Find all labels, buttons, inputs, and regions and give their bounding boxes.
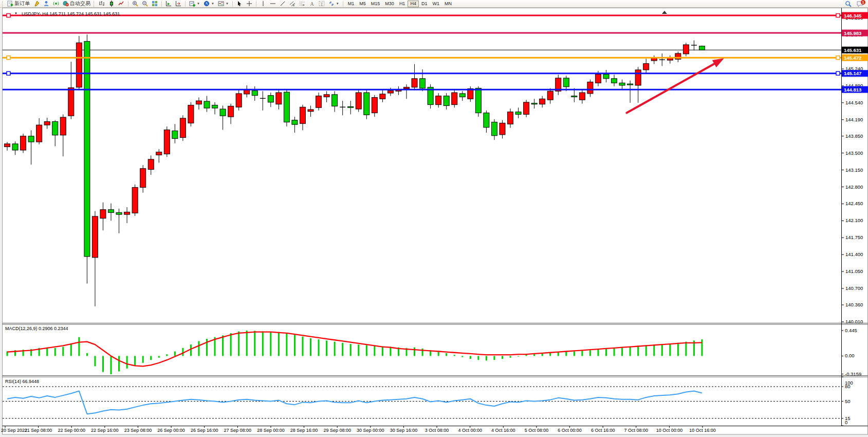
- line-handle[interactable]: [7, 71, 10, 75]
- macd-histogram-bar: [142, 356, 144, 362]
- tab-timeframe-m30[interactable]: M30: [382, 1, 397, 7]
- notifications-button[interactable]: 1: [855, 1, 866, 7]
- tab-timeframe-mn[interactable]: MN: [442, 1, 454, 7]
- trendline-icon: [280, 1, 286, 7]
- candle-body: [92, 216, 98, 258]
- crosshair-button[interactable]: [245, 1, 254, 7]
- chart-canvas[interactable]: 146.290145.940145.590145.240144.890144.5…: [0, 0, 868, 437]
- price-tick-label: 141.400: [845, 251, 863, 257]
- fibonacci-button[interactable]: F: [298, 1, 307, 7]
- macd-tick-label: 0.445: [845, 327, 857, 333]
- svg-text:A: A: [310, 1, 314, 7]
- notification-badge: 1: [861, 0, 865, 5]
- macd-histogram-bar: [470, 356, 471, 359]
- macd-histogram-bar: [637, 345, 639, 356]
- candle-body: [21, 136, 26, 150]
- vertical-line-button[interactable]: [258, 1, 268, 7]
- candle-body: [587, 82, 593, 94]
- candle-body: [164, 130, 170, 154]
- dropdown-arrow-icon: ▼: [211, 2, 214, 5]
- candle-body: [132, 187, 138, 213]
- search-button[interactable]: [843, 1, 853, 7]
- macd-histogram-bar: [510, 356, 511, 357]
- macd-histogram-bar: [158, 356, 160, 357]
- styler-button[interactable]: [32, 1, 41, 7]
- tab-timeframe-h4[interactable]: H4: [408, 1, 419, 7]
- autotrading-button[interactable]: 自动交易: [61, 1, 92, 7]
- candle-body: [316, 96, 322, 108]
- candlestick-button[interactable]: [107, 1, 116, 7]
- candle-body: [148, 159, 154, 170]
- equidistant-channel-button[interactable]: E: [288, 1, 297, 7]
- text-icon: A: [309, 1, 315, 7]
- text-button[interactable]: A: [307, 1, 317, 7]
- bar-chart-button[interactable]: [97, 1, 106, 7]
- macd-histogram-bar: [461, 356, 463, 357]
- macd-histogram-bar: [589, 350, 591, 356]
- chat-bubble-wrap: 1: [857, 1, 864, 7]
- tile-windows-button[interactable]: [150, 1, 159, 7]
- candle-body: [172, 131, 178, 138]
- macd-histogram-bar: [86, 353, 88, 356]
- tab-timeframe-m15[interactable]: M15: [368, 1, 383, 7]
- chart-shift-button[interactable]: [174, 1, 183, 7]
- price-tick-label: 142.100: [845, 217, 863, 223]
- candle-body: [220, 109, 226, 116]
- macd-histogram-bar: [62, 347, 64, 356]
- macd-histogram-bar: [493, 356, 495, 360]
- trendline-button[interactable]: [278, 1, 287, 7]
- macd-tick-label: 0.00: [845, 353, 855, 358]
- candle-body: [324, 95, 329, 97]
- line-handle[interactable]: [836, 56, 840, 60]
- macd-histogram-bar: [502, 356, 503, 359]
- price-tick-label: 140.700: [845, 285, 863, 291]
- price-line-label: 145.147: [844, 70, 861, 76]
- macd-histogram-bar: [302, 337, 303, 356]
- zoom-in-button[interactable]: [131, 1, 140, 7]
- line-chart-button[interactable]: [117, 1, 126, 7]
- tab-timeframe-d1[interactable]: D1: [419, 1, 430, 7]
- candle-body: [420, 79, 426, 88]
- price-tick-label: 142.800: [845, 184, 863, 190]
- autotrading-icon: [63, 1, 69, 7]
- zoom-out-button[interactable]: [140, 1, 150, 7]
- tile-windows-icon: [152, 1, 158, 7]
- candle-body: [196, 101, 201, 104]
- macd-histogram-bar: [350, 344, 352, 356]
- arrows-button[interactable]: ▼: [327, 1, 341, 7]
- macd-histogram-bar: [438, 352, 439, 356]
- fibonacci-icon: F: [299, 1, 305, 7]
- price-tick-label: 141.750: [845, 234, 863, 240]
- indicators-button[interactable]: ▼: [216, 1, 230, 7]
- candle-body: [300, 107, 305, 123]
- zoom-in-icon: [132, 1, 138, 7]
- tab-timeframe-m5[interactable]: M5: [357, 1, 368, 7]
- tab-timeframe-h1[interactable]: H1: [397, 1, 408, 7]
- candle-body: [116, 212, 122, 214]
- candle-body: [500, 123, 505, 135]
- macd-histogram-bar: [382, 346, 383, 356]
- macd-histogram-bar: [134, 356, 136, 366]
- auto-scroll-button[interactable]: [164, 1, 173, 7]
- candle-body: [76, 43, 82, 87]
- candle-body: [252, 90, 257, 95]
- line-handle[interactable]: [7, 56, 10, 60]
- cursor-button[interactable]: [235, 1, 244, 7]
- line-handle[interactable]: [836, 71, 840, 75]
- line-handle[interactable]: [836, 14, 840, 17]
- profile-button[interactable]: [42, 1, 51, 7]
- text-label-button[interactable]: T: [317, 1, 326, 7]
- tab-timeframe-m1[interactable]: M1: [345, 1, 357, 7]
- candle-body: [28, 136, 34, 142]
- horizontal-line-button[interactable]: [268, 1, 278, 7]
- line-handle[interactable]: [7, 14, 10, 17]
- candle-body: [643, 64, 649, 70]
- macd-histogram-bar: [677, 343, 679, 356]
- signals-button[interactable]: [51, 1, 61, 7]
- new-chart-button[interactable]: ▼: [188, 1, 201, 7]
- periods-button[interactable]: ▼: [202, 1, 216, 7]
- candle-body: [188, 105, 194, 123]
- dropdown-arrow-icon: ▼: [226, 2, 229, 5]
- new-order-button[interactable]: 新订单: [6, 1, 31, 7]
- tab-timeframe-w1[interactable]: W1: [430, 1, 442, 7]
